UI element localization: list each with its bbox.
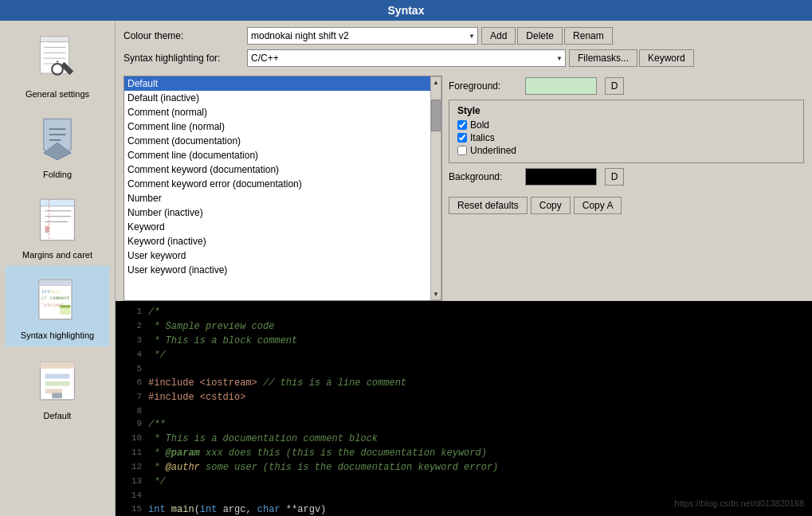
sidebar-item-margins-label: Margins and caret: [22, 250, 92, 260]
colour-theme-label: Colour theme:: [124, 30, 247, 41]
content-area: General settings Folding: [0, 21, 812, 516]
delete-button[interactable]: Delete: [517, 27, 563, 45]
action-buttons: Reset defaults Copy Copy A: [449, 197, 804, 214]
scroll-thumb[interactable]: [431, 100, 441, 131]
scroll-up-arrow[interactable]: ▲: [433, 77, 439, 88]
foreground-row: Foreground: D: [449, 77, 804, 95]
preview-area: 1/* 2 * Sample preview code 3 * This is …: [116, 301, 812, 516]
underlined-row: Underlined: [457, 145, 795, 156]
sidebar-item-syntax-label: Syntax highlighting: [21, 330, 94, 340]
filemasks-button[interactable]: Filemasks...: [569, 49, 637, 67]
token-comment-doc[interactable]: Comment (documentation): [124, 134, 430, 148]
token-comment-line[interactable]: Comment line (normal): [124, 119, 430, 134]
top-controls: Colour theme: modnokai night shift v2 Ad…: [116, 21, 812, 76]
syntax-for-dropdown[interactable]: C/C++: [247, 49, 566, 67]
bold-label: Bold: [470, 119, 489, 131]
preview-line-10: 10 * This is a documentation comment blo…: [122, 432, 806, 446]
token-list-scrollbar: ▲ ▼: [430, 76, 441, 300]
syntax-area: Default Default (inactive) Comment (norm…: [116, 76, 812, 301]
margins-icon: [29, 192, 85, 248]
bold-row: Bold: [457, 119, 795, 131]
preview-line-8: 8: [122, 405, 806, 418]
preview-line-3: 3 * This is a block comment: [122, 334, 806, 348]
style-controls: Foreground: D Style Bold Italics: [449, 76, 804, 301]
background-label: Background:: [449, 171, 520, 182]
syntax-for-row: Syntax highlighting for: C/C++ Filemasks…: [124, 49, 804, 67]
sidebar-item-syntax[interactable]: int main // comment "string" Syntax high…: [6, 266, 109, 346]
foreground-label: Foreground:: [449, 80, 520, 92]
preview-line-13: 13 */: [122, 475, 806, 489]
italics-checkbox[interactable]: [457, 133, 467, 143]
svg-rect-28: [60, 305, 70, 307]
svg-rect-33: [45, 381, 70, 386]
copy-button[interactable]: Copy: [531, 197, 571, 214]
preview-line-11: 11 * @param xxx does this (this is the d…: [122, 446, 806, 460]
foreground-d-button[interactable]: D: [605, 77, 624, 95]
token-number[interactable]: Number: [124, 191, 430, 205]
preview-line-5: 5: [122, 362, 806, 376]
general-settings-icon: [29, 31, 85, 87]
colour-theme-dropdown-wrapper: modnokai night shift v2: [247, 27, 478, 45]
folding-icon: [29, 111, 85, 167]
svg-rect-19: [45, 226, 49, 233]
token-user-keyword[interactable]: User keyword: [124, 248, 430, 263]
main-container: Syntax: [0, 0, 812, 516]
scroll-down-arrow[interactable]: ▼: [433, 289, 439, 299]
svg-rect-34: [45, 389, 62, 393]
italics-label: Italics: [470, 132, 495, 143]
underlined-label: Underlined: [470, 145, 516, 156]
sidebar-item-margins[interactable]: Margins and caret: [6, 186, 109, 266]
token-comment-kw-err-doc[interactable]: Comment keyword error (documentation): [124, 177, 430, 191]
sidebar-item-default[interactable]: Default: [6, 346, 109, 427]
preview-line-2: 2 * Sample preview code: [122, 319, 806, 334]
token-user-keyword-inactive[interactable]: User keyword (inactive): [124, 263, 430, 277]
style-title: Style: [457, 105, 795, 116]
foreground-swatch[interactable]: [525, 77, 597, 95]
window-title: Syntax: [388, 4, 425, 17]
sidebar-item-folding[interactable]: Folding: [6, 105, 109, 186]
token-number-inactive[interactable]: Number (inactive): [124, 205, 430, 220]
token-comment-kw-doc[interactable]: Comment keyword (documentation): [124, 162, 430, 177]
sidebar-item-general-label: General settings: [25, 89, 89, 99]
preview-line-7: 7#include <cstdio>: [122, 390, 806, 405]
title-bar: Syntax: [0, 0, 812, 21]
token-list-container: Default Default (inactive) Comment (norm…: [124, 76, 442, 301]
background-swatch[interactable]: [525, 168, 597, 186]
syntax-icon: int main // comment "string": [29, 272, 85, 328]
svg-rect-22: [39, 283, 72, 286]
watermark: https://blog.csdn.net/d013820168: [674, 498, 804, 508]
token-comment-normal[interactable]: Comment (normal): [124, 105, 430, 119]
sidebar-item-general[interactable]: General settings: [6, 25, 109, 105]
underlined-checkbox[interactable]: [457, 146, 467, 155]
style-box: Style Bold Italics Underlined: [449, 100, 804, 163]
svg-rect-14: [41, 199, 75, 206]
token-keyword-inactive[interactable]: Keyword (inactive): [124, 234, 430, 248]
background-d-button[interactable]: D: [605, 168, 624, 186]
colour-theme-row: Colour theme: modnokai night shift v2 Ad…: [124, 27, 804, 45]
token-comment-line-doc[interactable]: Comment line (documentation): [124, 148, 430, 162]
rename-button[interactable]: Renam: [564, 27, 613, 45]
preview-line-6: 6#include <iostream> // this is a line c…: [122, 376, 806, 390]
svg-rect-1: [41, 37, 69, 42]
preview-line-4: 4 */: [122, 348, 806, 362]
token-keyword[interactable]: Keyword: [124, 220, 430, 234]
main-panel: Colour theme: modnokai night shift v2 Ad…: [116, 21, 812, 516]
svg-text:// comment: // comment: [41, 295, 70, 300]
sidebar-item-default-label: Default: [44, 411, 72, 420]
svg-rect-31: [41, 366, 75, 369]
svg-rect-32: [45, 373, 70, 378]
colour-theme-dropdown[interactable]: modnokai night shift v2: [247, 27, 478, 45]
background-row: Background: D: [449, 168, 804, 186]
svg-text:main: main: [49, 288, 61, 294]
token-default[interactable]: Default: [124, 76, 430, 91]
reset-defaults-button[interactable]: Reset defaults: [449, 197, 528, 214]
token-default-inactive[interactable]: Default (inactive): [124, 91, 430, 105]
sidebar: General settings Folding: [0, 21, 116, 516]
token-list[interactable]: Default Default (inactive) Comment (norm…: [124, 76, 430, 300]
add-button[interactable]: Add: [481, 27, 516, 45]
bold-checkbox[interactable]: [457, 120, 467, 130]
copy-all-button[interactable]: Copy A: [574, 197, 622, 214]
preview-line-12: 12 * @authr some user (this is the docum…: [122, 460, 806, 475]
keywords-button[interactable]: Keyword: [639, 49, 694, 67]
syntax-for-label: Syntax highlighting for:: [124, 53, 247, 64]
